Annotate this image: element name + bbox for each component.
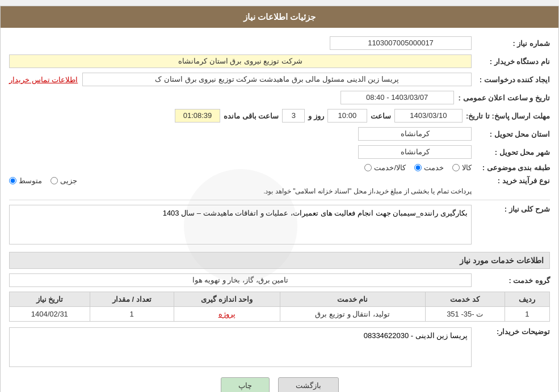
col-header-date: تاریخ نیاز [10,292,90,307]
deadline-time: 10:00 [327,109,367,123]
category-option-kala[interactable]: کالا [452,163,472,172]
buyer-org-label: نام دستگاه خریدار : [476,57,550,66]
province-label: استان محل تحویل : [476,130,550,138]
col-header-name: نام خدمت [280,292,425,307]
deadline-remaining: 01:08:39 [175,109,220,123]
response-deadline-label: مهلت ارسال پاسخ: تا تاریخ: [466,112,550,120]
page-title: جزئیات اطلاعات نیاز [1,6,558,28]
process-option-jozii[interactable]: جزیی [51,176,77,185]
city-label: شهر محل تحویل : [476,148,550,157]
print-button[interactable]: چاپ [221,377,270,392]
buyer-org-value: شرکت توزیع نیروی برق استان کرمانشاه [9,54,472,68]
deadline-days: 3 [282,109,305,123]
cell-row: 1 [505,307,549,322]
province-value: کرمانشاه [358,127,472,141]
cell-name: تولید، انتقال و توزیع برق [280,307,425,322]
process-label: نوع فرآیند خرید : [476,176,550,185]
city-value: کرمانشاه [358,145,472,159]
cell-date: 1404/02/31 [10,307,90,322]
creator-label: ایجاد کننده درخواست : [476,75,550,84]
category-option-khedmat[interactable]: خدمت [414,163,444,172]
service-group-value: تامین برق، گاز، بخار و تهویه هوا [9,273,472,287]
deadline-time-label: ساعت [371,112,391,120]
announce-date-label: تاریخ و ساعت اعلان عمومی : [459,94,550,102]
table-row: 1 ت -35- 351 تولید، انتقال و توزیع برق پ… [10,307,550,322]
buyer-desc-textarea[interactable] [9,327,472,367]
services-section-header: اطلاعات خدمات مورد نیاز [9,252,550,269]
cell-unit: پروژه [174,307,280,322]
deadline-day-label: روز و [308,112,324,120]
service-table: ردیف کد خدمت نام خدمت واحد اندازه گیری ت… [9,292,550,322]
back-button[interactable]: بازگشت [278,377,339,392]
creator-value: پریسا زین الدینی مسئول مالی برق ماهیدشت … [82,73,472,86]
cell-code: ت -35- 351 [425,307,505,322]
process-description: پرداخت تمام یا بخشی از مبلغ خرید،از محل … [9,187,472,195]
announce-date-value: 1403/03/07 - 08:40 [341,91,454,104]
service-group-label: گروه خدمت : [476,276,550,285]
creator-link[interactable]: اطلاعات تماس خریدار [9,75,78,84]
need-desc-textarea[interactable] [9,205,472,245]
deadline-remaining-label: ساعت باقی مانده [224,112,279,120]
col-header-quantity: تعداد / مقدار [90,292,174,307]
category-option-kala-khedmat[interactable]: کالا/خدمت [364,163,406,172]
process-radio-group: متوسط جزیی [9,176,472,185]
deadline-date: 1403/03/10 [394,109,463,123]
category-label: طبقه بندی موضوعی : [476,163,550,172]
process-option-motovaset[interactable]: متوسط [9,176,42,185]
need-number-label: شماره نیاز : [476,39,550,48]
cell-quantity: 1 [90,307,174,322]
need-desc-label: شرح کلی نیاز : [476,205,550,213]
col-header-code: کد خدمت [425,292,505,307]
col-header-unit: واحد اندازه گیری [174,292,280,307]
buyer-desc-label: توضیحات خریدار: [476,327,550,336]
button-row: بازگشت چاپ [9,377,550,392]
category-radio-group: کالا/خدمت خدمت کالا [364,163,472,172]
need-number-value: 1103007005000017 [330,36,472,50]
col-header-row: ردیف [505,292,549,307]
